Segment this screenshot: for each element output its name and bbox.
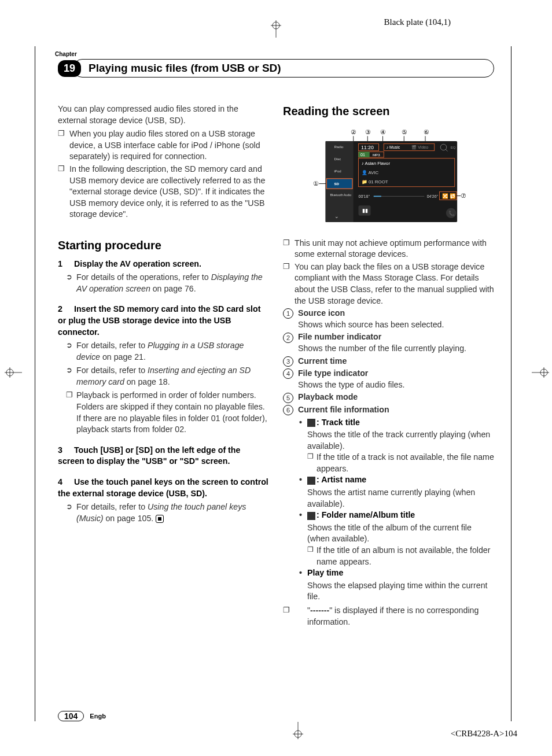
step-4: 4 Use the touch panel keys on the screen… xyxy=(58,477,269,499)
text: For details, refer to xyxy=(76,366,148,375)
item-desc: Shows the title of the album of the curr… xyxy=(283,522,494,545)
footer-code: <CRB4228-A>104 xyxy=(451,729,517,739)
chapter-label: Chapter xyxy=(55,51,494,57)
dashes: ------- xyxy=(310,606,329,615)
text: on page 21. xyxy=(100,352,146,362)
content: Chapter 19 Playing music files (from USB… xyxy=(58,51,494,721)
chapter-header: 19 Playing music files (from USB or SD) xyxy=(58,59,494,78)
trim-line xyxy=(35,46,35,721)
callout-item: 2 File number indicator Shows the number… xyxy=(283,331,494,354)
svg-text:🔀: 🔀 xyxy=(441,193,448,200)
item-label: : Track title xyxy=(317,418,360,427)
text: on page 18. xyxy=(124,377,170,386)
circled-number-icon: 5 xyxy=(283,393,293,403)
note-icon xyxy=(307,419,315,427)
manual-page: Black plate (104,1) Chapter 19 Playing m… xyxy=(0,0,552,756)
callout-item: 4 File type indicator Shows the type of … xyxy=(283,368,494,390)
circled-number-icon: 4 xyxy=(283,368,293,379)
chapter-title-box: Playing music files (from USB or SD) xyxy=(73,59,494,78)
callout-label: File number indicator xyxy=(298,332,381,341)
step-number: 2 xyxy=(58,304,72,315)
svg-text:⌄: ⌄ xyxy=(334,213,338,219)
callout-item: 1 Source icon Shows which source has bee… xyxy=(283,308,494,330)
svg-text:iPod: iPod xyxy=(334,169,341,173)
callout-desc: Shows the number of the file currently p… xyxy=(283,343,494,355)
right-column: Reading the screen ② ③ ④ ⑤ ⑥ xyxy=(283,104,494,629)
chapter-title: Playing music files (from USB or SD) xyxy=(89,62,281,74)
callout-desc: Shows which source has been selected. xyxy=(283,319,494,331)
file-info-playtime: Play time xyxy=(283,567,494,579)
step-number: 4 xyxy=(58,477,72,488)
item-subnote: If the title of a track is not available… xyxy=(283,452,494,474)
file-info-track: : Track title xyxy=(283,417,494,429)
callout-item: 6 Current file information xyxy=(283,404,494,416)
item-label: Play time xyxy=(307,568,343,577)
file-info-folder: : Folder name/Album title xyxy=(283,510,494,521)
step-sub-note: Playback is performed in order of folder… xyxy=(58,390,269,435)
chapter-number-badge: 19 xyxy=(58,60,81,77)
svg-rect-22 xyxy=(326,178,352,189)
bullet-item: You can play back the files on a USB sto… xyxy=(283,261,494,307)
item-label: : Artist name xyxy=(317,475,366,484)
callout-4: ④ xyxy=(380,128,386,135)
step-1: 1 Display the AV operation screen. xyxy=(58,259,269,270)
callout-6: ⑥ xyxy=(423,128,429,135)
bullet-item: When you play audio files stored on a US… xyxy=(58,128,269,163)
circled-number-icon: 1 xyxy=(283,308,293,319)
callout-label: Source icon xyxy=(298,308,345,318)
svg-text:♪ Asian Flavor: ♪ Asian Flavor xyxy=(361,161,390,166)
circled-number-icon: 2 xyxy=(283,333,293,343)
step-2: 2 Insert the SD memory card into the SD … xyxy=(58,304,269,338)
callout-label: File type indicator xyxy=(298,368,368,378)
dash-note: "-------" is displayed if there is no co… xyxy=(283,605,494,628)
text: For details, refer to xyxy=(76,341,148,350)
item-desc: Shows the elapsed playing time within th… xyxy=(283,580,494,603)
screen-diagram: ② ③ ④ ⑤ ⑥ Radio xyxy=(308,126,470,230)
svg-text:Radio: Radio xyxy=(334,145,344,149)
text: on page 76. xyxy=(150,284,196,293)
left-column: You can play compressed audio files stor… xyxy=(58,104,269,629)
svg-text:00'18": 00'18" xyxy=(358,194,370,198)
person-icon xyxy=(307,477,315,485)
bullet-item: This unit may not achieve optimum perfor… xyxy=(283,238,494,260)
text: For details, refer to xyxy=(76,502,148,511)
callout-1: ① xyxy=(312,180,318,187)
folder-icon xyxy=(307,512,315,520)
page-number-badge: 104 xyxy=(58,711,84,721)
svg-text:♪ Music: ♪ Music xyxy=(386,145,400,149)
svg-text:▮▮: ▮▮ xyxy=(362,208,367,213)
callout-label: Current file information xyxy=(298,405,389,414)
text: on page 105. xyxy=(104,514,154,523)
circled-number-icon: 3 xyxy=(283,356,293,367)
crop-mark-icon xyxy=(529,364,549,381)
svg-text:Bluetooth Audio: Bluetooth Audio xyxy=(330,193,351,196)
step-title: Use the touch panel keys on the screen t… xyxy=(58,477,268,498)
circled-number-icon: 6 xyxy=(283,405,293,415)
plate-label: Black plate (104,1) xyxy=(384,17,451,27)
callout-3: ③ xyxy=(365,128,370,135)
step-sub: For details, refer to Inserting and ejec… xyxy=(58,365,269,388)
crop-mark-icon xyxy=(267,20,285,40)
bullet-item: In the following description, the SD mem… xyxy=(58,164,269,220)
step-3: 3 Touch [USB] or [SD] on the left edge o… xyxy=(58,445,269,467)
svg-text:SD: SD xyxy=(334,182,339,186)
crop-mark-icon xyxy=(5,364,24,381)
svg-text:👤 AVIC: 👤 AVIC xyxy=(361,169,378,175)
section-heading: Reading the screen xyxy=(283,104,494,120)
svg-text:EQ: EQ xyxy=(450,145,455,149)
callout-label: Current time xyxy=(298,356,347,366)
svg-text:01: 01 xyxy=(360,153,365,157)
step-title: Display the AV operation screen. xyxy=(74,259,201,268)
end-section-icon xyxy=(156,515,164,523)
file-info-artist: : Artist name xyxy=(283,474,494,486)
step-title: Insert the SD memory card into the SD ca… xyxy=(58,304,260,336)
svg-text:🔁: 🔁 xyxy=(450,193,456,200)
step-sub: For details, refer to Using the touch pa… xyxy=(58,501,269,524)
item-label: : Folder name/Album title xyxy=(317,510,415,519)
text: " is displayed if there is no correspond… xyxy=(307,606,479,626)
svg-text:🎬 Video: 🎬 Video xyxy=(411,145,428,150)
callout-label: Playback mode xyxy=(298,392,358,401)
callout-7: ⑦ xyxy=(461,192,466,199)
text: For details of the operations, refer to xyxy=(76,272,211,282)
step-number: 1 xyxy=(58,259,72,270)
